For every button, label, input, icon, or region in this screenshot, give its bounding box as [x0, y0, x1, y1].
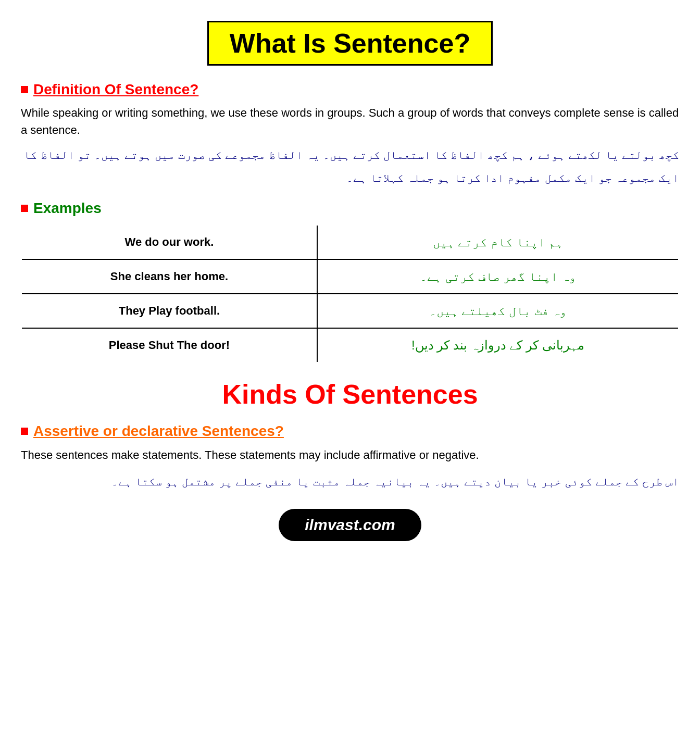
- footer-badge: ilmvast.com: [279, 509, 421, 541]
- assertive-heading: Assertive or declarative Sentences?: [33, 423, 284, 440]
- example-urdu-cell: مہربانی کر کے دروازہ بند کر دیں!: [317, 328, 679, 362]
- example-english-cell: Please Shut The door!: [21, 328, 317, 362]
- definition-bullet-icon: [21, 86, 28, 93]
- example-urdu-cell: وہ اپنا گھر صاف کرتی ہے۔: [317, 259, 679, 294]
- table-row: She cleans her home.وہ اپنا گھر صاف کرتی…: [21, 259, 679, 294]
- definition-heading-wrapper: Definition Of Sentence?: [21, 81, 679, 98]
- examples-heading-wrapper: Examples: [21, 200, 679, 217]
- table-row: We do our work.ہم اپنا کام کرتے ہیں: [21, 225, 679, 259]
- examples-table: We do our work.ہم اپنا کام کرتے ہیںShe c…: [21, 224, 679, 363]
- definition-heading: Definition Of Sentence?: [33, 81, 198, 98]
- assertive-english: These sentences make statements. These s…: [21, 446, 679, 464]
- assertive-heading-wrapper: Assertive or declarative Sentences?: [21, 423, 679, 440]
- example-english-cell: They Play football.: [21, 294, 317, 328]
- example-urdu-cell: ہم اپنا کام کرتے ہیں: [317, 225, 679, 259]
- examples-bullet-icon: [21, 205, 28, 212]
- example-english-cell: We do our work.: [21, 225, 317, 259]
- assertive-bullet-icon: [21, 428, 28, 435]
- main-title-wrapper: What Is Sentence?: [21, 21, 679, 66]
- examples-heading: Examples: [33, 200, 102, 217]
- example-english-cell: She cleans her home.: [21, 259, 317, 294]
- footer-badge-wrapper: ilmvast.com: [21, 509, 679, 541]
- main-title-box: What Is Sentence?: [207, 21, 493, 66]
- assertive-urdu: اس طرح کے جملے کوئی خبر یا بیان دیتے ہیں…: [21, 470, 679, 493]
- kinds-title: Kinds Of Sentences: [21, 379, 679, 410]
- table-row: Please Shut The door!مہربانی کر کے درواز…: [21, 328, 679, 362]
- definition-english: While speaking or writing something, we …: [21, 104, 679, 139]
- definition-urdu: کچھ بولتے یا لکھتے ہوئے ، ہم کچھ الفاظ ک…: [21, 144, 679, 190]
- main-title: What Is Sentence?: [230, 28, 470, 58]
- table-row: They Play football.وہ فٹ بال کھیلتے ہیں۔: [21, 294, 679, 328]
- example-urdu-cell: وہ فٹ بال کھیلتے ہیں۔: [317, 294, 679, 328]
